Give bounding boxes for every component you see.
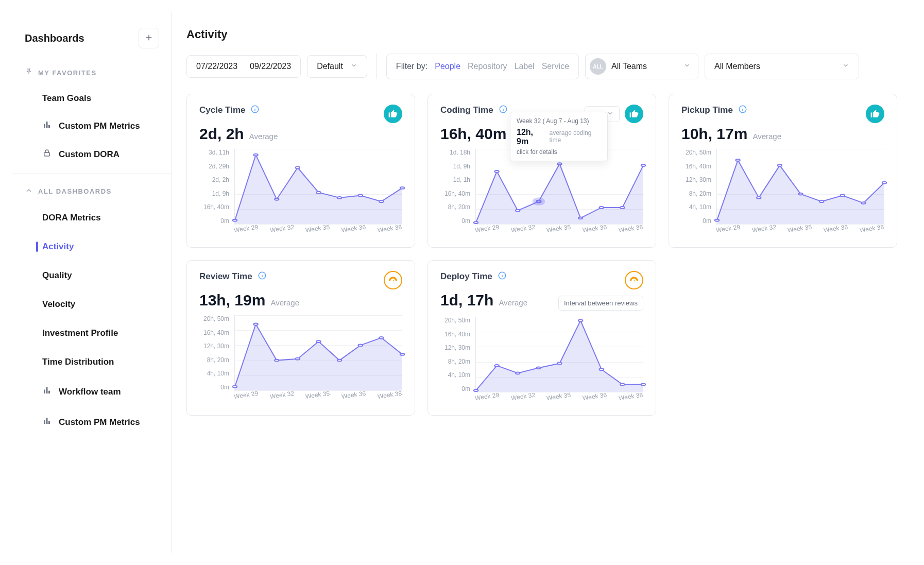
page-title: Activity — [186, 28, 897, 41]
metric-card: Cycle Time2d, 2hAverage3d, 11h2d, 29h2d,… — [186, 94, 415, 248]
metric-card: Coding TimeAVG16h, 40mAverage1d, 18h1d, … — [427, 94, 656, 248]
filter-option-service[interactable]: Service — [542, 62, 569, 71]
filter-label: Filter by: — [396, 62, 427, 71]
sidebar-item-quality[interactable]: Quality — [12, 261, 172, 290]
svg-point-19 — [400, 187, 404, 189]
svg-point-29 — [620, 207, 624, 209]
svg-point-14 — [296, 167, 300, 169]
svg-point-55 — [537, 367, 541, 369]
member-dropdown[interactable]: All Members — [705, 54, 859, 79]
sidebar-item-label: Custom PM Metrics — [59, 121, 140, 131]
card-sublabel: Average — [752, 132, 781, 141]
card-title: Deploy Time — [440, 271, 492, 282]
sidebar-item-custom-pm-metrics[interactable]: Custom PM Metrics — [12, 407, 172, 437]
svg-rect-4 — [44, 390, 45, 394]
card-sublabel: Average — [249, 132, 278, 141]
svg-point-28 — [600, 207, 604, 209]
svg-point-54 — [516, 372, 520, 374]
sidebar-item-dora-metrics[interactable]: DORA Metrics — [12, 203, 172, 232]
svg-point-27 — [578, 217, 583, 219]
filter-option-repository[interactable]: Repository — [468, 62, 507, 71]
bar-chart-icon — [42, 416, 52, 428]
svg-rect-2 — [48, 125, 50, 128]
chevron-down-icon — [842, 62, 849, 71]
plot-area[interactable] — [234, 149, 402, 225]
svg-point-23 — [516, 210, 520, 212]
svg-point-56 — [557, 363, 561, 365]
date-range-picker[interactable]: 07/22/2023 09/22/2023 — [186, 55, 301, 78]
svg-point-53 — [494, 365, 499, 367]
chart-tooltip[interactable]: Week 32 ( Aug 7 - Aug 13)12h, 9maverage … — [510, 112, 608, 161]
interval-between-reviews-chip[interactable]: Interval between reviews — [558, 296, 643, 311]
svg-point-30 — [641, 164, 645, 166]
svg-rect-6 — [48, 391, 50, 393]
toolbar: 07/22/2023 09/22/2023 Default Filter by:… — [186, 54, 897, 79]
svg-point-32 — [715, 219, 719, 221]
filter-option-people[interactable]: People — [435, 62, 460, 71]
svg-point-15 — [316, 192, 320, 194]
all-dashboards-section-label[interactable]: ALL DASHBOARDS — [12, 179, 172, 203]
plot-area[interactable] — [475, 317, 643, 392]
lock-icon — [42, 148, 52, 160]
info-icon[interactable] — [498, 271, 507, 282]
sidebar-item-time-distribution[interactable]: Time Distribution — [12, 348, 172, 376]
thumbs-up-badge — [625, 105, 643, 123]
gauge-badge — [384, 271, 402, 289]
info-icon[interactable] — [738, 105, 747, 116]
svg-point-22 — [494, 170, 499, 173]
y-axis-labels: 20h, 50m16h, 40m12h, 30m8h, 20m4h, 10m0m — [440, 317, 473, 392]
main-content: Activity 07/22/2023 09/22/2023 Default F… — [172, 12, 912, 553]
svg-point-25 — [537, 200, 541, 202]
add-dashboard-button[interactable] — [139, 28, 159, 48]
toolbar-separator — [377, 54, 377, 79]
y-axis-labels: 1d, 18h1d, 9h1d, 1h16h, 40m8h, 20m0m — [440, 149, 473, 225]
sidebar-item-workflow-team[interactable]: Workflow team — [12, 376, 172, 407]
chart[interactable]: 1d, 18h1d, 9h1d, 1h16h, 40m8h, 20m0mWeek… — [440, 149, 643, 239]
svg-point-59 — [620, 384, 624, 386]
metric-card: Pickup Time10h, 17mAverage20h, 50m16h, 4… — [669, 94, 897, 248]
plot-area[interactable] — [716, 149, 884, 225]
svg-point-57 — [578, 319, 583, 321]
svg-rect-7 — [44, 420, 45, 424]
chart[interactable]: 3d, 11h2d, 29h2d, 2h1d, 9h16h, 40m0mWeek… — [199, 149, 402, 239]
svg-rect-1 — [46, 122, 48, 128]
y-axis-labels: 20h, 50m16h, 40m12h, 30m8h, 20m4h, 10m0m — [199, 315, 232, 391]
team-dropdown[interactable]: ALL All Teams — [585, 54, 698, 79]
filter-option-label[interactable]: Label — [515, 62, 535, 71]
sidebar-divider — [12, 174, 172, 174]
svg-rect-9 — [48, 421, 50, 424]
plot-area[interactable] — [234, 315, 402, 391]
bar-chart-icon — [42, 120, 52, 132]
sidebar-item-activity[interactable]: Activity — [12, 232, 172, 261]
info-icon[interactable] — [250, 105, 260, 116]
sidebar-item-investment-profile[interactable]: Investment Profile — [12, 319, 172, 348]
sidebar-fav-custom-pm-metrics[interactable]: Custom PM Metrics — [12, 112, 172, 140]
default-dropdown[interactable]: Default — [307, 55, 367, 78]
svg-point-46 — [316, 340, 320, 343]
chart[interactable]: 20h, 50m16h, 40m12h, 30m8h, 20m4h, 10m0m… — [199, 315, 402, 405]
svg-point-35 — [778, 164, 782, 166]
card-value: 1d, 17h — [440, 292, 493, 309]
plot-area[interactable]: Week 32 ( Aug 7 - Aug 13)12h, 9maverage … — [475, 149, 643, 225]
svg-point-33 — [735, 159, 740, 161]
sidebar-fav-team-goals[interactable]: Team Goals — [12, 85, 172, 112]
sidebar: Dashboards MY FAVORITES Team Goals Custo… — [12, 12, 172, 553]
chart[interactable]: 20h, 50m16h, 40m12h, 30m8h, 20m4h, 10m0m… — [440, 317, 643, 407]
svg-rect-5 — [46, 387, 48, 393]
x-axis-labels: Week 29Week 32Week 35Week 36Week 38 — [234, 393, 402, 405]
bar-chart-icon — [42, 386, 52, 398]
svg-point-17 — [358, 195, 363, 197]
svg-point-21 — [474, 221, 478, 224]
chart[interactable]: 20h, 50m16h, 40m12h, 30m8h, 20m4h, 10m0m… — [681, 149, 884, 239]
svg-rect-3 — [44, 152, 50, 156]
info-icon[interactable] — [499, 105, 508, 116]
card-sublabel: Average — [270, 298, 299, 307]
card-value: 13h, 19m — [199, 292, 265, 309]
svg-point-37 — [819, 200, 824, 202]
sidebar-item-velocity[interactable]: Velocity — [12, 290, 172, 319]
sidebar-fav-custom-dora[interactable]: Custom DORA — [12, 140, 172, 168]
card-sublabel: Average — [499, 298, 527, 307]
sidebar-item-label: Workflow team — [59, 387, 121, 397]
card-value: 10h, 17m — [681, 125, 747, 143]
info-icon[interactable] — [258, 271, 267, 282]
